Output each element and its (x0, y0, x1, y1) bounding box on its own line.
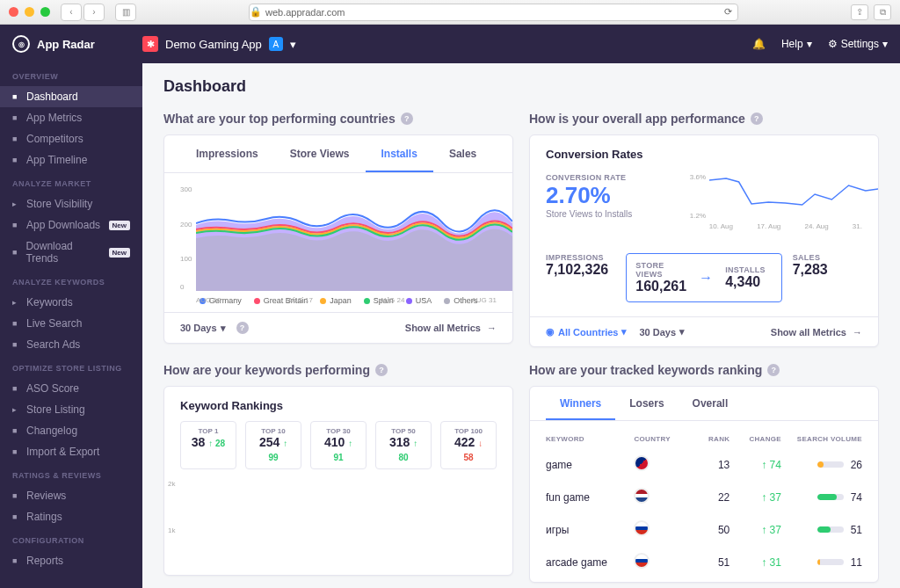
country-cell (634, 520, 686, 539)
sidebar-section-title: CONFIGURATION (0, 527, 142, 550)
volume-cell: 74 (781, 491, 862, 504)
period-dropdown[interactable]: 30 Days ▾ (180, 323, 226, 334)
sidebar-item-label: App Timeline (26, 154, 87, 166)
countries-section: What are your top performing countries ?… (163, 112, 513, 347)
performance-title: How is your overall app performance ? (529, 112, 879, 126)
rank-cell: 13 (686, 459, 729, 471)
help-menu[interactable]: Help ▾ (781, 38, 812, 50)
sidebar-item-app-timeline[interactable]: ■App Timeline (0, 149, 142, 171)
close-window-icon[interactable] (9, 7, 18, 17)
sidebar-item-label: Download Trends (25, 240, 101, 265)
flag-icon (634, 520, 650, 536)
keyword-stat[interactable]: TOP 30410 ↑ 91 (310, 421, 367, 469)
help-icon[interactable]: ? (401, 113, 413, 125)
header-right: 🔔 Help ▾ ⚙ Settings ▾ (752, 38, 888, 50)
tracked-table: KEYWORD COUNTRY RANK CHANGE SEARCH VOLUM… (530, 421, 878, 582)
sidebar-toggle-icon[interactable]: ▥ (115, 4, 136, 21)
sidebar-item-keywords[interactable]: ▸Keywords (0, 292, 142, 313)
volume-bar (817, 526, 844, 533)
back-button[interactable]: ‹ (61, 4, 82, 21)
sidebar-item-dashboard[interactable]: ■Dashboard (0, 86, 142, 107)
help-icon[interactable]: ? (767, 364, 780, 376)
chevron-down-icon: ▾ (807, 38, 812, 50)
help-icon[interactable]: ? (236, 322, 249, 334)
sidebar: OVERVIEW■Dashboard■App Metrics■Competito… (0, 63, 142, 588)
bell-icon[interactable]: 🔔 (752, 38, 766, 50)
sidebar-item-competitors[interactable]: ■Competitors (0, 128, 142, 149)
flag-icon (634, 455, 650, 471)
sidebar-item-label: App Downloads (26, 219, 100, 231)
sidebar-item-label: Reports (26, 555, 63, 567)
forward-button[interactable]: › (83, 4, 105, 21)
app-switcher[interactable]: ✱ Demo Gaming App A ▾ (142, 36, 296, 52)
metric-impressions: IMPRESSIONS 7,102,326 (546, 253, 615, 302)
tab-winners[interactable]: Winners (546, 387, 615, 420)
sidebar-item-live-search[interactable]: ■Live Search (0, 313, 142, 334)
new-badge: New (109, 248, 130, 258)
sidebar-item-reviews[interactable]: ■Reviews (0, 485, 142, 506)
maximize-window-icon[interactable] (40, 7, 50, 17)
settings-menu[interactable]: ⚙ Settings ▾ (828, 38, 888, 50)
tab-sales[interactable]: Sales (433, 135, 492, 172)
tracked-section: How are your tracked keywords ranking ? … (529, 363, 879, 583)
metrics-row: IMPRESSIONS 7,102,326 STORE VIEWS 160,26… (530, 243, 878, 316)
sidebar-item-app-metrics[interactable]: ■App Metrics (0, 107, 142, 128)
sidebar-item-store-listing[interactable]: ▸Store Listing (0, 399, 142, 420)
show-metrics-link[interactable]: Show all Metrics (405, 323, 497, 333)
minimize-window-icon[interactable] (25, 7, 34, 17)
table-row[interactable]: игры 50 ↑ 37 51 (546, 513, 862, 546)
share-icon[interactable]: ⇪ (851, 4, 868, 20)
app-name: Demo Gaming App (165, 38, 262, 51)
show-metrics-link[interactable]: Show all Metrics (771, 327, 862, 338)
tab-losers[interactable]: Losers (615, 387, 678, 420)
tabs-icon[interactable]: ⧉ (874, 4, 891, 20)
bullet-icon: ■ (12, 556, 19, 565)
keyword-stat[interactable]: TOP 138 ↑ 28 (180, 421, 236, 469)
sidebar-section-title: OPTIMIZE STORE LISTING (0, 355, 142, 378)
country-cell (634, 553, 686, 571)
keyword-stat[interactable]: TOP 100422 ↓ 58 (440, 421, 497, 469)
countries-dropdown[interactable]: ◉ All Countries ▾ (546, 326, 627, 338)
tab-overall[interactable]: Overall (679, 387, 743, 420)
tab-installs[interactable]: Installs (366, 135, 433, 172)
sidebar-item-search-ads[interactable]: ■Search Ads (0, 334, 142, 355)
volume-cell: 26 (781, 459, 862, 471)
help-icon[interactable]: ? (375, 364, 388, 376)
brand-logo[interactable]: ◎ App Radar (12, 35, 142, 53)
tab-impressions[interactable]: Impressions (180, 135, 274, 172)
change-cell: ↑ 31 (729, 556, 781, 569)
flag-icon (634, 488, 650, 504)
sidebar-item-app-downloads[interactable]: ■App DownloadsNew (0, 214, 142, 236)
sidebar-item-store-visibility[interactable]: ▸Store Visibility (0, 193, 142, 214)
browser-nav: ‹ › (61, 4, 105, 21)
help-icon[interactable]: ? (751, 113, 763, 125)
sidebar-item-changelog[interactable]: ■Changelog (0, 420, 142, 441)
tab-store-views[interactable]: Store Views (274, 135, 366, 172)
sidebar-item-import-export[interactable]: ■Import & Export (0, 441, 142, 462)
sidebar-item-label: ASO Score (26, 382, 79, 395)
keyword-cell: arcade game (546, 556, 634, 569)
perf-subtitle: Conversion Rates (530, 135, 878, 164)
conversion-sparkline: 3.6% 1.2% 10. Aug 17. Aug 24. Aug 31. (693, 173, 862, 230)
sidebar-item-aso-score[interactable]: ■ASO Score (0, 378, 142, 399)
sidebar-item-reports[interactable]: ■Reports (0, 550, 142, 571)
metric-highlight-group[interactable]: STORE VIEWS 160,261 → INSTALLS 4,340 (626, 253, 781, 302)
table-row[interactable]: game 13 ↑ 74 26 (546, 448, 862, 481)
keyword-stat[interactable]: TOP 10254 ↑ 99 (245, 421, 301, 469)
volume-bar (817, 559, 844, 565)
volume-cell: 51 (781, 524, 862, 536)
sidebar-item-ratings[interactable]: ■Ratings (0, 506, 142, 527)
period-dropdown[interactable]: 30 Days ▾ (639, 326, 685, 338)
table-row[interactable]: fun game 22 ↑ 37 74 (546, 481, 862, 513)
reload-icon[interactable]: ⟳ (724, 6, 732, 18)
browser-chrome: ‹ › ▥ 🔒 web.appradar.com ⟳ ⇪ ⧉ (0, 0, 900, 25)
table-row[interactable]: arcade game 51 ↑ 31 11 (546, 546, 862, 578)
sidebar-item-download-trends[interactable]: ■Download TrendsNew (0, 236, 142, 269)
keyword-stat[interactable]: TOP 50318 ↑ 80 (375, 421, 432, 469)
page-title: Dashboard (163, 77, 879, 96)
keyword-cell: fun game (546, 491, 634, 504)
conversion-rate-value: 2.70% (546, 182, 676, 209)
url-bar[interactable]: 🔒 web.appradar.com ⟳ (249, 4, 738, 21)
sidebar-item-label: Dashboard (26, 91, 78, 103)
bullet-icon: ■ (12, 447, 19, 456)
